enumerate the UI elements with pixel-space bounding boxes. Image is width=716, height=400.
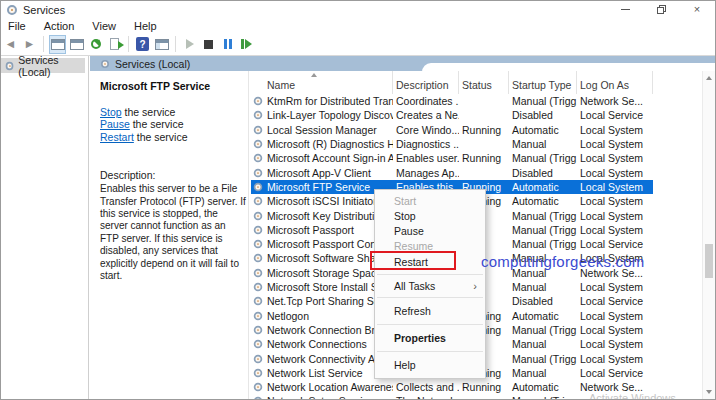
scroll-up-icon[interactable] [706, 76, 712, 80]
cell-log-on-as: Local Service [577, 238, 653, 250]
submenu-arrow-icon: › [473, 280, 477, 292]
cell-status: Running [459, 381, 509, 393]
table-row[interactable]: Microsoft App-V ClientManages Ap...Disab… [251, 166, 653, 180]
cell-description: Manages Ap... [393, 167, 459, 179]
back-button[interactable]: ◄ [2, 35, 19, 54]
stop-service-icon [204, 40, 213, 49]
menu-action[interactable]: Action [35, 20, 84, 32]
console-tree-button[interactable] [49, 35, 66, 54]
cell-startup-type: Disabled [509, 109, 577, 121]
toolbar: ◄ ► ? [1, 33, 715, 56]
menu-separator [377, 274, 483, 275]
cell-name: Network Connections [251, 338, 393, 350]
column-header-name[interactable]: Name [249, 71, 393, 94]
column-header-log-on-as[interactable]: Log On As [577, 71, 653, 94]
start-service-button[interactable] [181, 35, 198, 54]
column-header-description[interactable]: Description [393, 71, 459, 94]
properties-toolbar-button[interactable] [68, 35, 85, 54]
close-icon: × [694, 4, 700, 15]
window-title: Services [23, 4, 65, 16]
service-gear-icon [254, 369, 263, 378]
menu-item-stop[interactable]: Stop [375, 208, 485, 223]
toolbar-separator [43, 36, 44, 52]
cell-startup-type: Manual (Trigg... [509, 224, 577, 236]
cell-description: Collects and ... [393, 381, 459, 393]
service-name: Local Session Manager [267, 124, 377, 136]
cell-startup-type: Automatic [509, 381, 577, 393]
cell-log-on-as: Local System [577, 138, 653, 150]
cell-log-on-as: Local Service [577, 367, 653, 379]
stop-link[interactable]: Stop [100, 106, 122, 118]
restart-service-button[interactable] [238, 35, 255, 54]
table-row[interactable]: Microsoft Account Sign-in A...Enables us… [251, 151, 653, 165]
list-header: Name Description Status Startup Type Log… [249, 71, 653, 94]
title-bar: Services × [1, 1, 715, 18]
pause-service-link-line: Pause the service [100, 118, 248, 130]
forward-button[interactable]: ► [21, 35, 38, 54]
column-header-status[interactable]: Status [459, 71, 509, 94]
cell-startup-type: Disabled [509, 295, 577, 307]
toolbar-separator [128, 36, 129, 52]
properties-window-icon [70, 39, 84, 50]
menu-item-properties[interactable]: Properties [375, 328, 485, 348]
service-gear-icon [254, 168, 263, 177]
extended-info-pane: Microsoft FTP Service Stop the service P… [90, 71, 248, 399]
service-name: Microsoft Account Sign-in A... [267, 152, 393, 164]
cell-log-on-as: Local System [577, 324, 653, 336]
export-list-button[interactable] [106, 35, 123, 54]
menu-view[interactable]: View [83, 20, 125, 32]
restart-link[interactable]: Restart [100, 131, 134, 143]
refresh-icon [91, 39, 101, 49]
stop-service-link-line: Stop the service [100, 106, 248, 118]
menu-item-pause[interactable]: Pause [375, 223, 485, 238]
menu-item-all-tasks[interactable]: All Tasks› [375, 278, 485, 294]
minimize-icon [621, 9, 630, 10]
cell-name: Microsoft (R) Diagnostics Hu... [251, 138, 393, 150]
activation-watermark: Activate Windows [589, 392, 676, 400]
cell-description: The Network... [393, 395, 459, 399]
stop-service-button[interactable] [200, 35, 217, 54]
cell-log-on-as: Local System [577, 353, 653, 365]
cell-name: Microsoft Passport Contai... [251, 238, 393, 250]
cell-name: Microsoft Key Distribution [251, 210, 393, 222]
pause-link[interactable]: Pause [100, 118, 130, 130]
help-button[interactable]: ? [134, 35, 151, 54]
cell-name: Microsoft Account Sign-in A... [251, 152, 393, 164]
vertical-scrollbar[interactable] [702, 71, 715, 399]
cell-name: Microsoft Passport [251, 224, 393, 236]
refresh-button[interactable] [87, 35, 104, 54]
close-button[interactable]: × [679, 1, 715, 18]
menu-item-help[interactable]: Help [375, 355, 485, 375]
minimize-button[interactable] [607, 1, 643, 18]
service-gear-icon [254, 125, 263, 134]
cell-description: Enables user... [393, 152, 459, 164]
scrollbar-thumb[interactable] [705, 244, 713, 278]
service-gear-icon [254, 111, 263, 120]
pause-service-button[interactable] [219, 35, 236, 54]
cell-startup-type: Manual (Trigg... [509, 353, 577, 365]
tree-item-services-local[interactable]: Services (Local) [1, 58, 85, 73]
action-pane-button[interactable] [153, 35, 170, 54]
menu-bar: File Action View Help [1, 18, 715, 33]
column-header-startup-type[interactable]: Startup Type [509, 71, 577, 94]
menu-help[interactable]: Help [125, 20, 166, 32]
selected-service-title: Microsoft FTP Service [100, 80, 248, 92]
cell-startup-type: Manual (Trigg... [509, 152, 577, 164]
menu-item-refresh[interactable]: Refresh [375, 301, 485, 321]
table-row[interactable]: Link-Layer Topology Discove...Creates a … [251, 108, 653, 122]
cell-startup-type: Manual (Trig... [509, 395, 577, 399]
menu-file[interactable]: File [1, 20, 35, 32]
table-row[interactable]: Local Session ManagerCore Windo...Runnin… [251, 123, 653, 137]
service-gear-icon [254, 311, 263, 320]
service-gear-icon [254, 340, 263, 349]
scroll-down-icon[interactable] [706, 390, 712, 394]
service-gear-icon [254, 226, 263, 235]
table-row[interactable]: Microsoft (R) Diagnostics Hu...Diagnosti… [251, 137, 653, 151]
service-gear-icon [254, 283, 263, 292]
restore-button[interactable] [643, 1, 679, 18]
export-list-icon [110, 38, 119, 50]
cell-startup-type: Manual (Trigg... [509, 210, 577, 222]
pause-service-icon [224, 39, 232, 49]
cell-startup-type: Automatic [509, 181, 577, 193]
table-row[interactable]: KtmRm for Distributed Trans...Coordinate… [251, 94, 653, 108]
